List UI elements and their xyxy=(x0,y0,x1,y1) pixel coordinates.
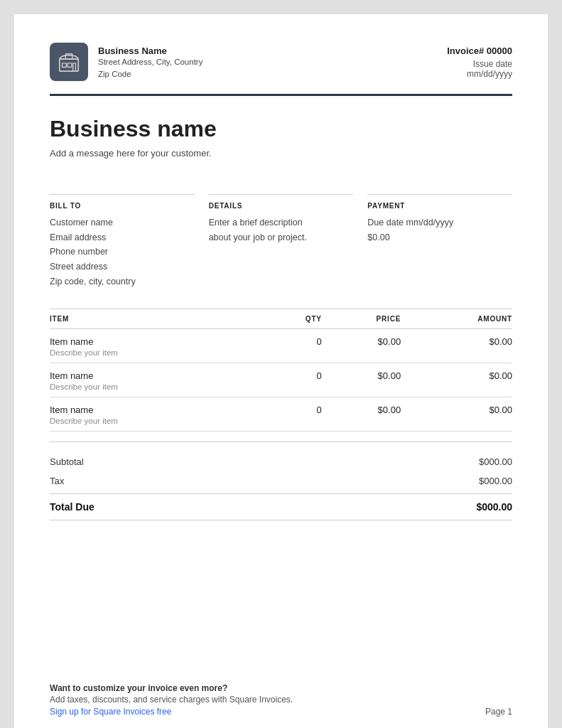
invoice-date-value: mm/dd/yyyy xyxy=(447,69,512,79)
details-line-1: Enter a brief description xyxy=(209,215,354,230)
details-column: DETAILS Enter a brief description about … xyxy=(209,194,354,289)
bill-to-line-3: Phone number xyxy=(50,245,195,259)
page-business-message: Add a message here for your customer. xyxy=(50,148,512,159)
col-price-header: PRICE xyxy=(322,309,401,329)
payment-amount: $0.00 xyxy=(367,230,512,245)
details-line-2: about your job or project. xyxy=(209,230,354,245)
col-amount-header: AMOUNT xyxy=(401,309,512,329)
item-amount-3: $0.00 xyxy=(401,397,512,432)
invoice-date-label: Issue date xyxy=(447,59,512,69)
table-row: Item name Describe your item 0 $0.00 $0.… xyxy=(50,397,512,432)
header-address-line2: Zip Code xyxy=(98,68,202,80)
item-qty-3: 0 xyxy=(269,397,322,432)
payment-due-date: Due date mm/dd/yyyy xyxy=(367,215,512,230)
tax-value: $000.00 xyxy=(479,476,512,486)
payment-content: Due date mm/dd/yyyy $0.00 xyxy=(367,215,512,245)
col-qty-header: QTY xyxy=(269,309,322,329)
total-due-value: $000.00 xyxy=(476,501,512,513)
details-content: Enter a brief description about your job… xyxy=(209,215,354,245)
header-right: Invoice# 00000 Issue date mm/dd/yyyy xyxy=(447,43,512,79)
table-row: Item name Describe your item 0 $0.00 $0.… xyxy=(50,363,512,397)
col-item-header: ITEM xyxy=(50,309,269,329)
item-amount-1: $0.00 xyxy=(401,329,512,363)
item-name-2: Item name Describe your item xyxy=(50,363,269,397)
bill-to-line-1: Customer name xyxy=(50,215,195,230)
item-price-1: $0.00 xyxy=(322,329,401,363)
totals-divider-top xyxy=(50,441,512,442)
business-logo xyxy=(50,43,88,81)
subtotal-row: Subtotal $000.00 xyxy=(50,452,512,471)
item-qty-2: 0 xyxy=(269,363,322,397)
bill-to-line-5: Zip code, city, country xyxy=(50,274,195,289)
svg-rect-2 xyxy=(67,63,72,68)
header-left: Business Name Street Address, City, Coun… xyxy=(50,43,202,81)
item-qty-1: 0 xyxy=(269,329,322,363)
item-price-2: $0.00 xyxy=(322,363,401,397)
tax-row: Tax $000.00 xyxy=(50,471,512,491)
business-info: Business Name Street Address, City, Coun… xyxy=(98,43,202,81)
item-amount-2: $0.00 xyxy=(401,363,512,397)
footer-promo-title: Want to customize your invoice even more… xyxy=(50,683,512,693)
footer-signup-link[interactable]: Sign up for Square Invoices free xyxy=(50,707,171,717)
footer-page-number: Page 1 xyxy=(485,707,512,717)
item-price-3: $0.00 xyxy=(322,397,401,432)
invoice-header: Business Name Street Address, City, Coun… xyxy=(50,43,512,81)
footer-promo: Want to customize your invoice even more… xyxy=(50,683,512,717)
details-title: DETAILS xyxy=(209,194,354,210)
total-due-label: Total Due xyxy=(50,501,94,513)
totals-section: Subtotal $000.00 Tax $000.00 Total Due $… xyxy=(50,441,512,520)
bill-to-line-2: Email address xyxy=(50,230,195,245)
bill-to-line-4: Street address xyxy=(50,259,195,274)
table-row: Item name Describe your item 0 $0.00 $0.… xyxy=(50,329,512,363)
footer-promo-sub: Add taxes, discounts, and service charge… xyxy=(50,695,512,705)
item-name-3: Item name Describe your item xyxy=(50,397,269,432)
payment-column: PAYMENT Due date mm/dd/yyyy $0.00 xyxy=(367,194,512,289)
svg-rect-1 xyxy=(63,63,67,68)
bill-to-content: Customer name Email address Phone number… xyxy=(50,215,195,289)
svg-rect-3 xyxy=(73,63,76,71)
invoice-number: Invoice# 00000 xyxy=(447,46,512,56)
tax-label: Tax xyxy=(50,476,64,486)
items-table: ITEM QTY PRICE AMOUNT Item name Describe… xyxy=(50,309,512,432)
bill-to-title: BILL TO xyxy=(50,194,195,210)
page-footer: Want to customize your invoice even more… xyxy=(50,683,512,717)
page-business-title: Business name xyxy=(50,116,512,142)
header-divider xyxy=(50,94,512,96)
invoice-page: Business Name Street Address, City, Coun… xyxy=(14,14,548,728)
info-columns: BILL TO Customer name Email address Phon… xyxy=(50,194,512,289)
payment-title: PAYMENT xyxy=(367,194,512,210)
header-business-name: Business Name xyxy=(98,46,202,56)
header-address-line1: Street Address, City, Country xyxy=(98,56,202,68)
item-name-1: Item name Describe your item xyxy=(50,329,269,363)
total-due-row: Total Due $000.00 xyxy=(50,493,512,520)
subtotal-value: $000.00 xyxy=(479,456,512,467)
bill-to-column: BILL TO Customer name Email address Phon… xyxy=(50,194,195,289)
subtotal-label: Subtotal xyxy=(50,456,84,467)
